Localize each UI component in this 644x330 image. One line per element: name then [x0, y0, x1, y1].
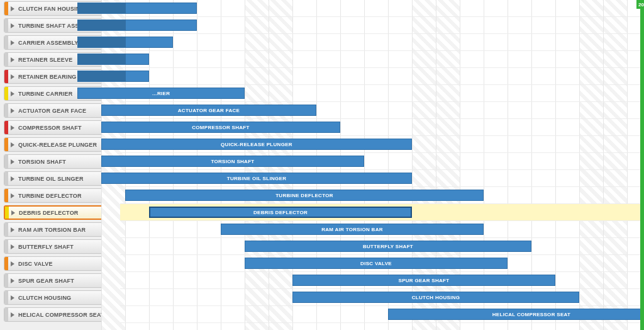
- task-card-turbine-deflector[interactable]: TURBINE DEFLECTOR: [4, 188, 118, 203]
- gantt-bar-retainer-bearing[interactable]: [77, 71, 149, 82]
- expand-icon[interactable]: [11, 108, 14, 113]
- task-label: DISC VALVE: [18, 261, 53, 267]
- task-label: TURBINE OIL SLINGER: [18, 176, 84, 182]
- gantt-bar-label: COMPRESSOR SHAFT: [189, 125, 252, 130]
- expand-icon[interactable]: [11, 142, 14, 147]
- expand-icon[interactable]: [11, 159, 14, 164]
- gantt-bar-label: ACTUATOR GEAR FACE: [175, 108, 242, 113]
- task-label: HELICAL COMPRESSOR SEAT: [18, 312, 104, 318]
- gantt-bar-butterfly-shaft[interactable]: BUTTERFLY SHAFT: [245, 241, 531, 252]
- gantt-bar-clutch-housing[interactable]: CLUTCH HOUSING: [292, 292, 579, 303]
- gantt-bar-quick-release-plunger[interactable]: QUICK-RELEASE PLUNGER: [101, 139, 412, 150]
- task-label: RETAINER SLEEVE: [18, 57, 72, 63]
- timeline-row: CLUTCH HOUSING: [120, 289, 644, 306]
- gantt-bar-spur-gear-shaft[interactable]: SPUR GEAR SHAFT: [292, 275, 555, 286]
- gantt-bar-label: TURBINE OIL SLINGER: [225, 176, 289, 181]
- task-card-compressor-shaft[interactable]: COMPRESSOR SHAFT: [4, 120, 118, 135]
- task-card-ram-air-torsion-bar[interactable]: RAM AIR TORSION BAR: [4, 222, 118, 237]
- expand-icon[interactable]: [11, 210, 15, 215]
- expand-icon[interactable]: [11, 40, 14, 45]
- expand-icon[interactable]: [11, 74, 14, 79]
- task-color-chip: [4, 104, 8, 117]
- expand-icon[interactable]: [11, 278, 14, 283]
- gantt-bar-label: HELICAL COMPRESSOR SEAT: [490, 312, 573, 317]
- timeline-row: ACTUATOR GEAR FACE: [120, 102, 644, 119]
- gantt-bar-label: DEBRIS DEFLECTOR: [251, 210, 310, 215]
- expand-icon[interactable]: [11, 261, 14, 266]
- gantt-bar-label: CLUTCH HOUSING: [409, 295, 463, 300]
- timeline-row: RAM AIR TORSION BAR: [120, 221, 644, 238]
- timeline-row: HELICAL COMPRESSOR SEAT: [120, 306, 644, 323]
- task-card-helical-compressor-seat[interactable]: HELICAL COMPRESSOR SEAT: [4, 307, 118, 322]
- task-card-debris-deflector[interactable]: DEBRIS DEFLECTOR: [4, 205, 118, 220]
- timeline-row: SPUR GEAR SHAFT: [120, 272, 644, 289]
- task-color-chip: [4, 87, 8, 100]
- task-label: SPUR GEAR SHAFT: [18, 278, 74, 284]
- expand-icon[interactable]: [11, 57, 14, 62]
- gantt-bar-label: TORSION SHAFT: [208, 159, 257, 164]
- expand-icon[interactable]: [11, 295, 14, 300]
- gantt-bar-disc-valve[interactable]: DISC VALVE: [245, 258, 508, 269]
- expand-icon[interactable]: [11, 244, 14, 249]
- gantt-bar-turbine-carrier[interactable]: …RIER: [77, 88, 245, 99]
- expand-icon[interactable]: [11, 176, 14, 181]
- task-color-chip: [4, 36, 8, 49]
- task-color-chip: [4, 274, 8, 287]
- task-label: DEBRIS DEFLECTOR: [19, 210, 79, 216]
- task-label: CARRIER ASSEMBLY: [18, 40, 79, 46]
- task-label: QUICK-RELEASE PLUNGER: [18, 142, 97, 148]
- timeline-row: TORSION SHAFT: [120, 153, 644, 170]
- gantt-bar-label: RAM AIR TORSION BAR: [319, 227, 386, 232]
- gantt-bar-progress: [78, 54, 126, 64]
- task-label: RAM AIR TORSION BAR: [18, 227, 86, 233]
- gantt-bar-label: …RIER: [150, 91, 173, 96]
- task-card-butterfly-shaft[interactable]: BUTTERFLY SHAFT: [4, 239, 118, 254]
- task-color-chip: [4, 223, 8, 236]
- task-color-chip: [4, 291, 8, 304]
- gantt-bar-retainer-sleeve[interactable]: [77, 54, 149, 65]
- gantt-bar-turbine-oil-slinger[interactable]: TURBINE OIL SLINGER: [101, 173, 412, 184]
- task-card-torsion-shaft[interactable]: TORSION SHAFT: [4, 154, 118, 169]
- task-color-chip: [4, 257, 8, 270]
- task-card-spur-gear-shaft[interactable]: SPUR GEAR SHAFT: [4, 273, 118, 288]
- expand-icon[interactable]: [11, 6, 14, 11]
- task-card-actuator-gear-face[interactable]: ACTUATOR GEAR FACE: [4, 103, 118, 118]
- task-color-chip: [5, 207, 9, 219]
- task-label: CLUTCH HOUSING: [18, 295, 71, 301]
- task-color-chip: [4, 240, 8, 253]
- gantt-bar-debris-deflector[interactable]: DEBRIS DEFLECTOR: [149, 207, 412, 218]
- task-color-chip: [4, 121, 8, 134]
- gantt-bar-torsion-shaft[interactable]: TORSION SHAFT: [101, 156, 364, 167]
- gantt-app: CLUTCH FAN HOUSINGTURBINE SHAFT ASSEMBLY…: [0, 0, 644, 330]
- timeline[interactable]: SUN4MON5TUE6WED7THU8FRI9SAT10SUN11MON12T…: [120, 0, 644, 330]
- task-label: TURBINE DEFLECTOR: [18, 193, 82, 199]
- expand-icon[interactable]: [11, 312, 14, 317]
- gantt-bar-clutch-fan-housing[interactable]: [77, 3, 197, 14]
- gantt-bar-compressor-shaft[interactable]: COMPRESSOR SHAFT: [101, 122, 340, 133]
- expand-icon[interactable]: [11, 91, 14, 96]
- gantt-bar-progress: [78, 71, 126, 81]
- gantt-bar-actuator-gear-face[interactable]: ACTUATOR GEAR FACE: [101, 105, 316, 116]
- task-card-quick-release-plunger[interactable]: QUICK-RELEASE PLUNGER: [4, 137, 118, 152]
- gantt-bar-label: TURBINE DEFLECTOR: [273, 193, 336, 198]
- task-color-chip: [4, 138, 8, 151]
- task-color-chip: [4, 53, 8, 66]
- gantt-bar-carrier-assembly[interactable]: [77, 37, 173, 48]
- expand-icon[interactable]: [11, 193, 14, 198]
- timeline-row: DISC VALVE: [120, 255, 644, 272]
- task-card-turbine-oil-slinger[interactable]: TURBINE OIL SLINGER: [4, 171, 118, 186]
- timeline-row: COMPRESSOR SHAFT: [120, 119, 644, 136]
- gantt-bar-ram-air-torsion-bar[interactable]: RAM AIR TORSION BAR: [221, 224, 484, 235]
- task-color-chip: [4, 19, 8, 32]
- gantt-bar-helical-compressor-seat[interactable]: HELICAL COMPRESSOR SEAT: [388, 309, 644, 320]
- expand-icon[interactable]: [11, 23, 14, 28]
- task-card-disc-valve[interactable]: DISC VALVE: [4, 256, 118, 271]
- gantt-bar-turbine-deflector[interactable]: TURBINE DEFLECTOR: [125, 190, 484, 201]
- timeline-right-badge: 20: [636, 0, 644, 9]
- gantt-bar-turbine-shaft-assembly[interactable]: [77, 20, 197, 31]
- gantt-bar-label: DISC VALVE: [358, 261, 394, 266]
- expand-icon[interactable]: [11, 125, 14, 130]
- timeline-row: BUTTERFLY SHAFT: [120, 238, 644, 255]
- task-card-clutch-housing[interactable]: CLUTCH HOUSING: [4, 290, 118, 305]
- expand-icon[interactable]: [11, 227, 14, 232]
